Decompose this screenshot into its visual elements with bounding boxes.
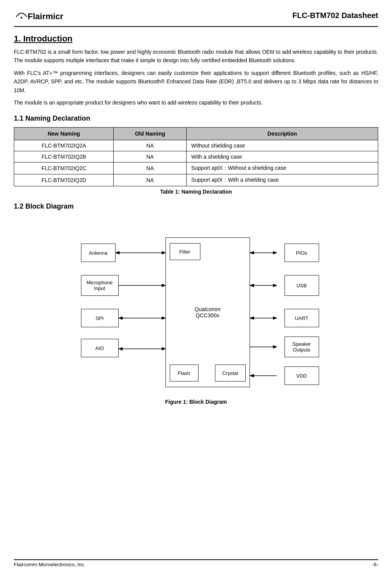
old-naming-2: NA [114, 151, 187, 162]
footer-right: -6- [372, 562, 378, 567]
footer: Flaircomm Microelectronics, Inc. -6- [14, 559, 378, 567]
qualcomm-box: Filter Flash Crystal Qualcomm QCC300x [165, 237, 250, 387]
page-title: FLC-BTM702 Datasheet [293, 11, 378, 20]
usb-box: USB [284, 275, 319, 296]
old-naming-4: NA [114, 174, 187, 186]
col-header-new-naming: New Naming [14, 128, 114, 140]
pios-box: PIOs [284, 244, 319, 262]
description-2: With a shielding case [187, 151, 378, 162]
table-row: FLC-BTM702IQ2D NA Support aptX：With a sh… [14, 174, 378, 186]
description-1: Without shielding case [187, 140, 378, 151]
table-row: FLC-BTM702IQ2A NA Without shielding case [14, 140, 378, 151]
figure-caption: Figure 1: Block Diagram [165, 399, 227, 405]
section1-para1: FLC-BTM702 is a small form factor, low p… [14, 48, 378, 65]
old-naming-1: NA [114, 140, 187, 151]
logo: Flairmicro [14, 8, 64, 23]
header: Flairmicro FLC-BTM702 Datasheet [14, 8, 378, 27]
flash-box: Flash [170, 365, 198, 381]
table-row: FLC-BTM702IQ2C NA Support aptX：Without a… [14, 162, 378, 174]
svg-text:Flairmicro: Flairmicro [28, 12, 64, 21]
uart-box: UART [284, 309, 319, 327]
col-header-old-naming: Old Naming [114, 128, 187, 140]
block-diagram-container: Antenna Microphone Input SPI AIO Filter [14, 218, 378, 405]
aio-box: AIO [81, 339, 119, 357]
section1-2-title: 1.2 Block Diagram [14, 202, 378, 211]
section1-para3: The module is an appropriate product for… [14, 98, 378, 107]
description-4: Support aptX：With a shielding case [187, 174, 378, 186]
col-header-description: Description [187, 128, 378, 140]
old-naming-3: NA [114, 162, 187, 174]
section1-title: 1. Introduction [14, 34, 378, 44]
svg-point-0 [21, 17, 23, 19]
filter-box: Filter [170, 243, 200, 260]
naming-table: New Naming Old Naming Description FLC-BT… [14, 127, 378, 186]
table-row: FLC-BTM702IQ2B NA With a shielding case [14, 151, 378, 162]
new-naming-1: FLC-BTM702IQ2A [14, 140, 114, 151]
crystal-box: Crystal [215, 365, 246, 381]
speaker-outputs-box: Speaker Outputs [284, 337, 319, 357]
description-3: Support aptX：Without a shielding case [187, 162, 378, 174]
section1-1-title: 1.1 Naming Declaration [14, 114, 378, 123]
page: Flairmicro FLC-BTM702 Datasheet 1. Intro… [0, 0, 392, 572]
new-naming-3: FLC-BTM702IQ2C [14, 162, 114, 174]
microphone-input-box: Microphone Input [81, 275, 119, 296]
table-caption: Table 1: Naming Declaration [14, 189, 378, 195]
new-naming-4: FLC-BTM702IQ2D [14, 174, 114, 186]
vdd-box: VDD [284, 366, 319, 385]
new-naming-2: FLC-BTM702IQ2B [14, 151, 114, 162]
logo-icon: Flairmicro [14, 8, 64, 23]
footer-left: Flaircomm Microelectronics, Inc. [14, 562, 85, 567]
section1-para2: With FLC's AT+™ programming interfaces, … [14, 69, 378, 95]
antenna-box: Antenna [81, 244, 116, 262]
spi-box: SPI [81, 309, 119, 327]
block-diagram: Antenna Microphone Input SPI AIO Filter [62, 218, 331, 395]
